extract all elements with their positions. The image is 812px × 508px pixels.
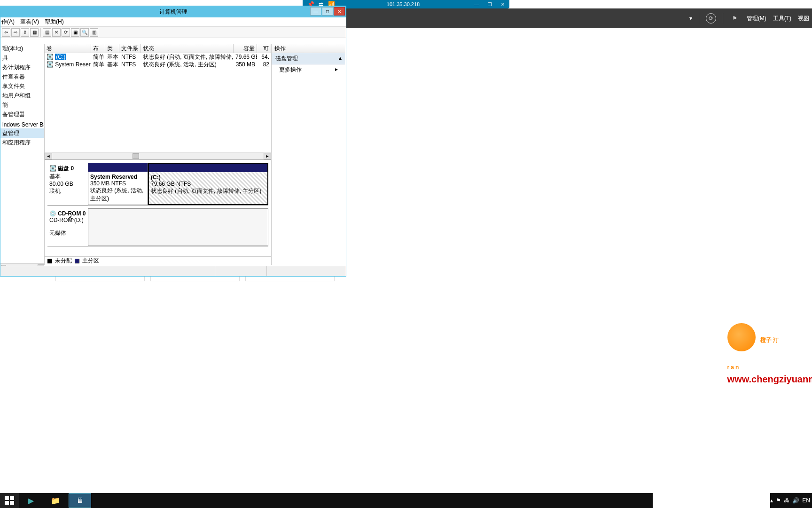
volume-row[interactable]: 💽 System Reserved简单基本NTFS状态良好 (系统, 活动, 主… (45, 61, 271, 68)
cdrom-state: 无媒体 (49, 230, 66, 236)
taskbar[interactable]: ▶ 📁 🖥 (0, 493, 653, 508)
col-capacity[interactable]: 容量 (234, 44, 257, 53)
partition-name: (C:) (151, 174, 161, 181)
disk-state: 联机 (49, 188, 61, 194)
delete-button[interactable]: ✕ (52, 28, 61, 37)
partition-system-reserved[interactable]: System Reserved 350 MB NTFS 状态良好 (系统, 活动… (88, 163, 148, 205)
language-indicator[interactable]: EN (802, 497, 810, 504)
col-available[interactable]: 可用 (257, 44, 271, 53)
remote-ip-label: 101.35.30.218 (336, 1, 470, 7)
flag-icon[interactable]: ⚑ (730, 13, 740, 24)
vol-avail-cell: 82 (257, 61, 271, 68)
tree-item[interactable]: 件查看器 (0, 72, 44, 81)
forward-button[interactable]: ⇨ (11, 28, 20, 37)
tree-item[interactable]: 盘管理 (0, 128, 44, 138)
refresh-button[interactable]: ⟳ (62, 28, 70, 37)
partition-status: 状态良好 (启动, 页面文件, 故障转储, 主分区) (151, 188, 261, 194)
watermark-logo: 橙子 汀 ran www.chengziyuanm (727, 323, 812, 385)
disk-size: 80.00 GB (49, 181, 73, 187)
col-volume[interactable]: 卷 (45, 44, 91, 53)
status-bar (0, 266, 346, 276)
settings-button[interactable]: ▥ (90, 28, 98, 37)
taskbar-item-explorer[interactable]: 📁 (44, 493, 67, 508)
chevron-down-icon[interactable]: ▾ (689, 15, 692, 22)
actions-category-label: 磁盘管理 (275, 55, 298, 63)
vol-name-cell: 💽 (C:) (45, 54, 91, 60)
maximize-button[interactable]: □ (322, 7, 333, 16)
col-status[interactable]: 状态 (141, 44, 234, 53)
window-title: 计算机管理 (0, 8, 346, 16)
tray-arrow-icon[interactable]: ▴ (770, 497, 773, 504)
tree-item[interactable]: 和应用程序 (0, 138, 44, 147)
vol-name-cell: 💽 System Reserved (45, 61, 91, 68)
tree-item[interactable]: 备管理器 (0, 110, 44, 119)
server-manager-header: ▾ ⟳ ⚑ 管理(M) 工具(T) 视图 (346, 8, 812, 28)
partition-header-bar (88, 163, 148, 172)
volume-h-scrollbar[interactable]: ◄ ► (45, 152, 271, 159)
help-menu[interactable]: 帮助(H) (45, 18, 64, 26)
collapse-icon[interactable]: ▴ (339, 55, 342, 63)
disk-row-cdrom[interactable]: 💿 CD-ROM 0 CD-ROM (D:) 无媒体 (47, 208, 268, 246)
disk-row-disk0[interactable]: 💽 磁盘 0 基本 80.00 GB 联机 System Reserved 35… (47, 163, 268, 206)
minimize-button[interactable]: — (310, 7, 321, 16)
disk-kind: 基本 (49, 173, 61, 180)
watermark-text: 橙子 汀 (760, 337, 779, 343)
manage-menu[interactable]: 管理(M) (747, 15, 766, 23)
view-menu[interactable]: 查看(V) (20, 18, 39, 26)
vol-status-cell: 状态良好 (启动, 页面文件, 故障转储, 主分区) (141, 53, 234, 61)
volume-list[interactable]: 💽 (C:)简单基本NTFS状态良好 (启动, 页面文件, 故障转储, 主分区)… (45, 53, 271, 152)
refresh-icon[interactable]: ⟳ (706, 13, 716, 24)
partition-c[interactable]: (C:) 79.66 GB NTFS 状态良好 (启动, 页面文件, 故障转储,… (148, 163, 268, 205)
volume-icon[interactable]: 🔊 (792, 497, 799, 504)
scroll-right-arrow[interactable]: ► (264, 153, 271, 159)
start-button[interactable] (0, 493, 19, 508)
tree-item[interactable]: 理(本地) (0, 44, 44, 53)
action-menu[interactable]: 作(A) (1, 18, 15, 26)
col-layout[interactable]: 布局 (91, 44, 105, 53)
tree-item[interactable]: 具 (0, 53, 44, 63)
tree-item[interactable]: indows Server Back (0, 120, 44, 128)
col-filesystem[interactable]: 文件系统 (119, 44, 141, 53)
taskbar-item-computer-management[interactable]: 🖥 (69, 493, 91, 508)
properties-button[interactable]: ▤ (43, 28, 51, 37)
actions-heading: 操作 (272, 44, 345, 53)
show-hide-tree-button[interactable]: ▦ (30, 28, 39, 37)
rescan-disks-button[interactable]: 🔍 (80, 28, 89, 37)
back-button[interactable]: ⇦ (2, 28, 10, 37)
disk-info-block: 💽 磁盘 0 基本 80.00 GB 联机 (47, 163, 88, 205)
partition-size: 350 MB NTFS (90, 180, 126, 187)
export-button[interactable]: ▣ (71, 28, 79, 37)
view-menu[interactable]: 视图 (798, 15, 809, 23)
watermark-brand: ran (727, 364, 741, 371)
powershell-icon: ▶ (28, 496, 34, 505)
legend-primary-label: 主分区 (82, 257, 99, 265)
vol-layout-cell: 简单 (91, 61, 105, 69)
tree-item[interactable]: 能 (0, 100, 44, 110)
status-cell (215, 266, 267, 276)
scroll-thumb[interactable] (133, 153, 139, 159)
legend: 未分配 主分区 (45, 256, 271, 265)
tree-item[interactable]: 享文件夹 (0, 81, 44, 91)
col-type[interactable]: 类型 (105, 44, 119, 53)
tree-item[interactable]: 务计划程序 (0, 63, 44, 72)
partition-header-bar (149, 164, 267, 172)
tools-menu[interactable]: 工具(T) (773, 15, 791, 23)
window-titlebar[interactable]: 计算机管理 — □ ✕ (0, 6, 346, 17)
more-actions-item[interactable]: 更多操作 ▸ (272, 64, 345, 75)
remote-restore-button[interactable]: ❐ (484, 0, 496, 8)
taskbar-item-powershell[interactable]: ▶ (20, 493, 42, 508)
actions-category[interactable]: 磁盘管理 ▴ (272, 53, 345, 64)
system-tray[interactable]: ▴ ⚑ 🖧 🔊 EN (770, 493, 812, 508)
scroll-left-arrow[interactable]: ◄ (45, 153, 52, 159)
navigation-tree[interactable]: 理(本地)具务计划程序件查看器享文件夹地用户和组能备管理器indows Serv… (0, 44, 45, 265)
up-button[interactable]: ⇧ (21, 28, 29, 37)
remote-minimize-button[interactable]: — (470, 0, 483, 8)
volume-row[interactable]: 💽 (C:)简单基本NTFS状态良好 (启动, 页面文件, 故障转储, 主分区)… (45, 53, 271, 61)
remote-close-button[interactable]: ✕ (497, 0, 509, 8)
tree-item[interactable]: 地用户和组 (0, 91, 44, 100)
close-button[interactable]: ✕ (334, 7, 345, 16)
more-actions-label: 更多操作 (279, 66, 302, 74)
action-center-icon[interactable]: ⚑ (776, 497, 781, 504)
network-icon[interactable]: 🖧 (784, 497, 789, 504)
vol-status-cell: 状态良好 (系统, 活动, 主分区) (141, 61, 234, 69)
